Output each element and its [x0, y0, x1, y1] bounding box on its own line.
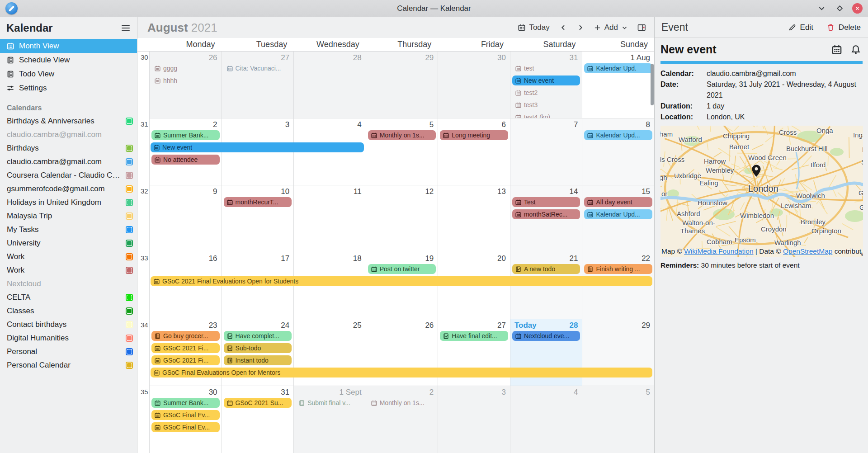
event-pill-a-new-todo[interactable]: A new todo — [512, 264, 580, 274]
calendar-item-digital-humanities[interactable]: Digital Humanities — [0, 331, 137, 345]
day-cell-15[interactable]: 15All day eventKalendar Upd... — [582, 185, 654, 252]
event-pill-new-event[interactable]: New event — [512, 76, 580, 85]
calendar-checkbox[interactable] — [126, 321, 133, 328]
calendar-item-personal[interactable]: Personal — [0, 345, 137, 359]
calendar-item-university[interactable]: University — [0, 236, 137, 250]
event-pill-gsoc-2021-fi[interactable]: GSoC 2021 Fi... — [151, 343, 220, 353]
event-span-gsoc-final-evaluations-open-for-mentors[interactable]: GSoC Final Evaluations Open for Mentors — [151, 368, 652, 378]
event-pill-no-attendee[interactable]: No attendee — [151, 155, 220, 165]
maximize-icon[interactable] — [834, 3, 845, 14]
calendar-item-personal-calendar[interactable]: Personal Calendar — [0, 359, 137, 372]
delete-button[interactable]: Delete — [827, 23, 861, 32]
calendar-item-celta[interactable]: CELTA — [0, 291, 137, 304]
event-pill-summer-bank[interactable]: Summer Bank... — [151, 130, 220, 140]
day-cell-6[interactable]: 6Long meeting — [438, 118, 510, 185]
event-span-gsoc-2021-final-evaluations-open-for-students[interactable]: GSoC 2021 Final Evaluations Open for Stu… — [151, 276, 652, 286]
event-pill-long-meeting[interactable]: Long meeting — [440, 130, 508, 140]
day-cell-31[interactable]: 31testNew eventtest2test3test4 (ko) — [510, 52, 582, 118]
event-pill-cita-vacunaci[interactable]: Cita: Vacunaci... — [224, 63, 292, 73]
calendar-checkbox[interactable] — [126, 172, 133, 179]
hamburger-menu-icon[interactable] — [121, 24, 131, 32]
openstreetmap-link[interactable]: OpenStreetMap — [783, 247, 832, 255]
event-pill-monthly-on-1s[interactable]: Monthly on 1s... — [368, 398, 436, 408]
day-cell-9[interactable]: 9 — [149, 185, 222, 252]
day-cell-1-aug[interactable]: 1 AugKalendar Upd. — [582, 52, 654, 118]
calendar-checkbox[interactable] — [126, 212, 133, 220]
event-pill-test[interactable]: test — [512, 63, 580, 73]
calendar-item-classes[interactable]: Classes — [0, 304, 137, 318]
event-pill-kalendar-upd[interactable]: Kalendar Upd. — [584, 63, 652, 73]
day-cell-29[interactable]: 29 — [366, 52, 438, 118]
add-button[interactable]: Add — [590, 20, 632, 35]
event-pill-gsoc-2021-fi[interactable]: GSoC 2021 Fi... — [151, 355, 220, 365]
titlebar[interactable]: Calendar — Kalendar — [0, 0, 868, 17]
day-cell-27[interactable]: 27Cita: Vacunaci... — [222, 52, 294, 118]
day-cell-2[interactable]: 2Monthly on 1s... — [366, 386, 438, 453]
event-pill-submit-final-v[interactable]: Submit final v... — [296, 398, 364, 408]
wikimedia-link[interactable]: WikiMedia Foundation — [684, 247, 753, 255]
day-cell-1-sept[interactable]: 1 SeptSubmit final v... — [293, 386, 366, 453]
next-month-button[interactable] — [572, 21, 589, 34]
event-pill-test2[interactable]: test2 — [512, 88, 580, 98]
calendar-item-birthdays[interactable]: Birthdays — [0, 142, 137, 155]
event-pill-have-final-edit[interactable]: Have final edit... — [440, 331, 508, 341]
calendar-checkbox[interactable] — [126, 307, 133, 315]
today-button[interactable]: Today — [514, 20, 554, 35]
event-pill-monthrecurt[interactable]: monthRecurT... — [224, 197, 292, 207]
calendar-checkbox[interactable] — [126, 240, 133, 247]
event-pill-test[interactable]: Test — [512, 197, 580, 207]
day-cell-14[interactable]: 14TestmonthSatRec... — [510, 185, 582, 252]
event-pill-instant-todo[interactable]: Instant todo — [224, 355, 292, 365]
event-pill-nextcloud-eve[interactable]: Nextcloud eve... — [512, 331, 580, 341]
event-pill-gggg[interactable]: gggg — [151, 63, 220, 73]
event-pill-summer-bank[interactable]: Summer Bank... — [151, 398, 220, 408]
calendar-item-claudio-cambra-gmail-com[interactable]: claudio.cambra@gmail.com — [0, 155, 137, 169]
calendar-item-nextcloud[interactable]: Nextcloud — [0, 277, 137, 291]
day-cell-26[interactable]: 26gggghhhh — [149, 52, 222, 118]
previous-month-button[interactable] — [555, 21, 571, 34]
calendar-checkbox[interactable] — [126, 362, 133, 369]
sidebar-item-todo-view[interactable]: Todo View — [0, 67, 137, 81]
event-pill-finish-writing[interactable]: Finish writing ... — [584, 264, 652, 274]
calendar-item-birthdays-anniversaries[interactable]: Birthdays & Anniversaries — [0, 114, 137, 128]
cell-scrollbar[interactable] — [651, 64, 654, 105]
event-pill-all-day-event[interactable]: All day event — [584, 197, 652, 207]
event-pill-kalendar-upd[interactable]: Kalendar Upd... — [584, 130, 652, 140]
day-cell-31[interactable]: 31GSoC 2021 Su... — [222, 386, 294, 453]
toggle-event-panel-button[interactable] — [633, 21, 651, 34]
sidebar-item-month-view[interactable]: Month View — [0, 39, 137, 53]
minimize-icon[interactable] — [816, 3, 827, 14]
calendar-checkbox[interactable] — [126, 335, 133, 342]
calendar-checkbox[interactable] — [126, 145, 133, 152]
calendar-item-work[interactable]: Work — [0, 250, 137, 264]
calendar-item-claudio-cambra-gmail-com[interactable]: claudio.cambra@gmail.com — [0, 128, 137, 142]
day-cell-5[interactable]: 5 — [582, 386, 654, 453]
calendar-item-coursera-calendar-claudio-camb[interactable]: Coursera Calendar - Claudio Camb... — [0, 169, 137, 182]
day-cell-13[interactable]: 13 — [438, 185, 510, 252]
calendar-checkbox[interactable] — [126, 226, 133, 233]
day-cell-7[interactable]: 7 — [510, 118, 582, 185]
location-map[interactable]: Map © WikiMedia Foundation | Data © Open… — [660, 126, 863, 257]
day-cell-4[interactable]: 4 — [510, 386, 582, 453]
calendar-item-gsummerofcode-gmail-com[interactable]: gsummerofcode@gmail.com — [0, 182, 137, 196]
event-pill-have-complet[interactable]: Have complet... — [224, 331, 292, 341]
day-cell-8[interactable]: 8Kalendar Upd... — [582, 118, 654, 185]
calendar-item-my-tasks[interactable]: My Tasks — [0, 223, 137, 236]
event-pill-hhhh[interactable]: hhhh — [151, 76, 220, 85]
calendar-item-work[interactable]: Work — [0, 264, 137, 277]
calendar-item-malaysia-trip[interactable]: Malaysia Trip — [0, 209, 137, 223]
event-pill-kalendar-upd[interactable]: Kalendar Upd... — [584, 209, 652, 219]
day-cell-10[interactable]: 10monthRecurT... — [222, 185, 294, 252]
day-cell-5[interactable]: 5Monthly on 1s... — [366, 118, 438, 185]
event-pill-test3[interactable]: test3 — [512, 100, 580, 110]
event-pill-go-buy-grocer[interactable]: Go buy grocer... — [151, 331, 220, 341]
event-pill-gsoc-2021-su[interactable]: GSoC 2021 Su... — [224, 398, 292, 408]
event-pill-sub-todo[interactable]: Sub-todo — [224, 343, 292, 353]
calendar-checkbox[interactable] — [126, 158, 133, 165]
sidebar-item-settings[interactable]: Settings — [0, 81, 137, 95]
day-cell-3[interactable]: 3 — [438, 386, 510, 453]
event-pill-gsoc-final-ev[interactable]: GSoC Final Ev... — [151, 410, 220, 420]
day-cell-30[interactable]: 30Summer Bank...GSoC Final Ev...GSoC Fin… — [149, 386, 222, 453]
edit-button[interactable]: Edit — [788, 23, 813, 32]
day-cell-28[interactable]: 28 — [293, 52, 366, 118]
